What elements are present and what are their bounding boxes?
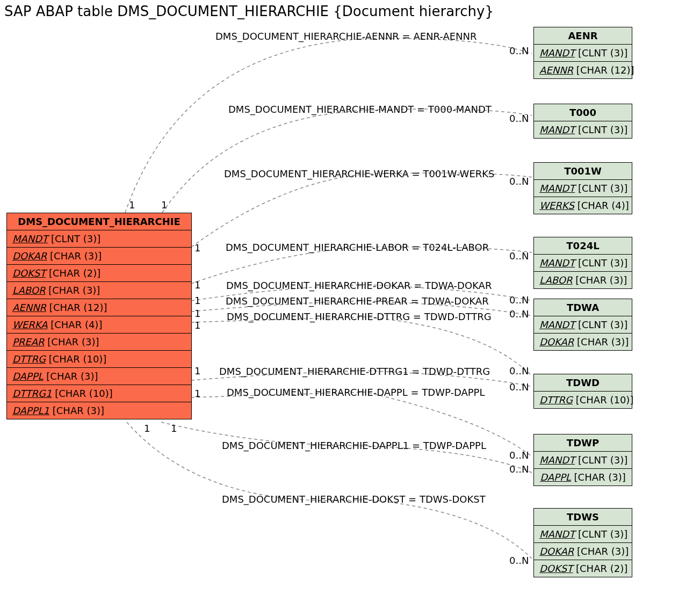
cardinality-many: 0..N bbox=[509, 45, 529, 56]
cardinality-many: 0..N bbox=[509, 308, 529, 320]
table-row: MANDT [CLNT (3)] bbox=[534, 45, 632, 62]
table-t024l: T024L MANDT [CLNT (3)] LABOR [CHAR (3)] bbox=[533, 237, 632, 289]
table-row: DAPPL [CHAR (3)] bbox=[7, 368, 191, 385]
table-row: MANDT [CLNT (3)] bbox=[534, 121, 632, 138]
table-row: DOKAR [CHAR (3)] bbox=[534, 334, 632, 350]
table-row: DOKAR [CHAR (3)] bbox=[534, 543, 632, 560]
cardinality-one: 1 bbox=[194, 242, 200, 253]
cardinality-many: 0..N bbox=[509, 463, 529, 475]
table-t000: T000 MANDT [CLNT (3)] bbox=[533, 104, 632, 139]
table-row: MANDT [CLNT (3)] bbox=[7, 230, 191, 248]
table-row: LABOR [CHAR (3)] bbox=[534, 272, 632, 288]
table-row: DOKAR [CHAR (3)] bbox=[7, 248, 191, 265]
cardinality-one: 1 bbox=[144, 423, 150, 434]
table-row: DTTRG [CHAR (10)] bbox=[7, 351, 191, 368]
table-main: DMS_DOCUMENT_HIERARCHIE MANDT [CLNT (3)]… bbox=[6, 213, 192, 419]
relation-label: DMS_DOCUMENT_HIERARCHIE-LABOR = T024L-LA… bbox=[226, 242, 489, 253]
relation-label: DMS_DOCUMENT_HIERARCHIE-MANDT = T000-MAN… bbox=[228, 104, 492, 115]
cardinality-many: 0..N bbox=[509, 113, 529, 124]
relation-label: DMS_DOCUMENT_HIERARCHIE-DAPPL = TDWP-DAP… bbox=[227, 387, 485, 398]
cardinality-many: 0..N bbox=[509, 176, 529, 187]
relation-label: DMS_DOCUMENT_HIERARCHIE-DAPPL1 = TDWP-DA… bbox=[222, 440, 486, 451]
table-row: DOKST [CHAR (2)] bbox=[534, 560, 632, 577]
cardinality-one: 1 bbox=[171, 423, 177, 434]
cardinality-one: 1 bbox=[194, 295, 200, 306]
table-row: MANDT [CLNT (3)] bbox=[534, 316, 632, 334]
table-header: TDWP bbox=[534, 434, 632, 452]
table-tdwd: TDWD DTTRG [CHAR (10)] bbox=[533, 374, 632, 409]
relation-label: DMS_DOCUMENT_HIERARCHIE-DOKST = TDWS-DOK… bbox=[222, 494, 486, 505]
table-row: DTTRG [CHAR (10)] bbox=[534, 392, 632, 408]
cardinality-one: 1 bbox=[194, 308, 200, 319]
cardinality-one: 1 bbox=[194, 388, 200, 399]
table-row: PREAR [CHAR (3)] bbox=[7, 334, 191, 351]
cardinality-many: 0..N bbox=[509, 381, 529, 393]
table-header: TDWA bbox=[534, 299, 632, 316]
table-tdwp: TDWP MANDT [CLNT (3)] DAPPL [CHAR (3)] bbox=[533, 434, 632, 486]
cardinality-one: 1 bbox=[194, 279, 200, 291]
table-t001w: T001W MANDT [CLNT (3)] WERKS [CHAR (4)] bbox=[533, 162, 632, 214]
relation-label: DMS_DOCUMENT_HIERARCHIE-WERKA = T001W-WE… bbox=[224, 168, 495, 179]
table-tdws: TDWS MANDT [CLNT (3)] DOKAR [CHAR (3)] D… bbox=[533, 508, 632, 577]
cardinality-one: 1 bbox=[129, 199, 135, 211]
relation-label: DMS_DOCUMENT_HIERARCHIE-DTTRG1 = TDWD-DT… bbox=[219, 366, 490, 377]
cardinality-one: 1 bbox=[194, 320, 200, 331]
relation-label: DMS_DOCUMENT_HIERARCHIE-DOKAR = TDWA-DOK… bbox=[226, 280, 492, 291]
cardinality-many: 0..N bbox=[509, 365, 529, 376]
table-row: DTTRG1 [CHAR (10)] bbox=[7, 385, 191, 402]
table-header: TDWS bbox=[534, 509, 632, 526]
table-main-header: DMS_DOCUMENT_HIERARCHIE bbox=[7, 213, 191, 230]
relation-label: DMS_DOCUMENT_HIERARCHIE-AENNR = AENR-AEN… bbox=[215, 31, 477, 42]
table-row: WERKA [CHAR (4)] bbox=[7, 316, 191, 334]
relation-label: DMS_DOCUMENT_HIERARCHIE-DTTRG = TDWD-DTT… bbox=[227, 311, 492, 322]
table-row: AENNR [CHAR (12)] bbox=[534, 62, 632, 78]
table-row: LABOR [CHAR (3)] bbox=[7, 282, 191, 299]
table-header: T000 bbox=[534, 104, 632, 121]
table-row: MANDT [CLNT (3)] bbox=[534, 180, 632, 197]
table-row: DOKST [CHAR (2)] bbox=[7, 265, 191, 282]
cardinality-many: 0..N bbox=[509, 294, 529, 306]
table-row: DAPPL [CHAR (3)] bbox=[534, 469, 632, 486]
table-header: T001W bbox=[534, 163, 632, 180]
table-header: TDWD bbox=[534, 374, 632, 392]
table-header: T024L bbox=[534, 237, 632, 255]
cardinality-many: 0..N bbox=[509, 450, 529, 461]
table-row: DAPPL1 [CHAR (3)] bbox=[7, 402, 191, 419]
page-title: SAP ABAP table DMS_DOCUMENT_HIERARCHIE {… bbox=[4, 3, 494, 19]
cardinality-one: 1 bbox=[194, 365, 200, 376]
table-row: MANDT [CLNT (3)] bbox=[534, 452, 632, 469]
table-row: MANDT [CLNT (3)] bbox=[534, 255, 632, 272]
table-row: MANDT [CLNT (3)] bbox=[534, 526, 632, 543]
table-row: AENNR [CHAR (12)] bbox=[7, 299, 191, 316]
table-header: AENR bbox=[534, 27, 632, 45]
table-row: WERKS [CHAR (4)] bbox=[534, 197, 632, 214]
cardinality-one: 1 bbox=[161, 199, 167, 211]
relation-label: DMS_DOCUMENT_HIERARCHIE-PREAR = TDWA-DOK… bbox=[226, 295, 489, 307]
cardinality-many: 0..N bbox=[509, 250, 529, 262]
cardinality-many: 0..N bbox=[509, 555, 529, 566]
table-aenr: AENR MANDT [CLNT (3)] AENNR [CHAR (12)] bbox=[533, 27, 632, 79]
table-tdwa: TDWA MANDT [CLNT (3)] DOKAR [CHAR (3)] bbox=[533, 299, 632, 351]
